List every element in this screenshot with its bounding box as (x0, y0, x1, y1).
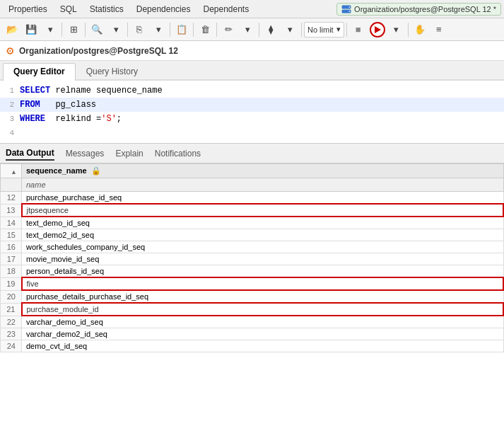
sub-row-num (1, 178, 22, 192)
limit-arrow: ▾ (336, 25, 341, 34)
open-button[interactable]: 📂 (3, 21, 21, 38)
menu-statistics[interactable]: Statistics (84, 3, 129, 16)
result-tab-data-output[interactable]: Data Output (6, 146, 54, 161)
menu-properties[interactable]: Properties (3, 3, 53, 16)
search-dropdown[interactable]: ▾ (107, 21, 125, 38)
server-info: Organization/postgres@PostgreSQL 12 * (336, 3, 501, 16)
sql-from: FROM (20, 100, 40, 110)
limit-label: No limit (307, 25, 334, 34)
sql-where-col: relkind = (55, 114, 101, 124)
line-num-1: 1 (3, 86, 20, 95)
row-number: 19 (1, 277, 22, 290)
stop-button[interactable]: ■ (349, 21, 368, 38)
delete-button[interactable]: 🗑 (196, 21, 214, 38)
paste-button[interactable]: 📋 (172, 21, 191, 38)
row-value[interactable]: jtpsequence (22, 204, 504, 217)
save-dropdown[interactable]: ▾ (41, 21, 59, 38)
data-table: ▴ sequence_name 🔒 name 12purchase_purcha… (0, 163, 504, 352)
copy-button[interactable]: ⎘ (130, 21, 148, 38)
result-tab-explain[interactable]: Explain (115, 147, 143, 160)
table-row: 17movie_movie_id_seq (1, 253, 504, 265)
settings-icon: ⚙ (6, 45, 15, 57)
row-value[interactable]: purchase_details_purchase_id_seq (22, 290, 504, 303)
row-value[interactable]: movie_movie_id_seq (22, 253, 504, 265)
table-body: 12purchase_purchase_id_seq13jtpsequence1… (1, 192, 504, 352)
menu-dependents[interactable]: Dependents (197, 3, 254, 16)
row-value[interactable]: varchar_demo_id_seq (22, 316, 504, 328)
row-number: 15 (1, 229, 22, 241)
results-tab-bar: Data Output Messages Explain Notificatio… (0, 144, 504, 163)
row-value[interactable]: varchar_demo2_id_seq (22, 328, 504, 340)
row-value[interactable]: text_demo_id_seq (22, 217, 504, 229)
limit-dropdown[interactable]: No limit ▾ (304, 22, 344, 38)
sql-select-cols: relname sequence_name (55, 86, 162, 96)
copy-dropdown[interactable]: ▾ (149, 21, 168, 38)
sep6 (216, 23, 217, 37)
row-value[interactable]: purchase_module_id (22, 303, 504, 316)
sql-editor[interactable]: 1 SELECT relname sequence_name 2 FROM pg… (0, 81, 504, 144)
row-value[interactable]: demo_cvt_id_seq (22, 340, 504, 352)
row-value[interactable]: five (22, 277, 504, 290)
table-row: 23varchar_demo2_id_seq (1, 328, 504, 340)
sub-column-name: name (22, 178, 504, 192)
server-tag: Organization/postgres@PostgreSQL 12 * (336, 3, 501, 16)
run-dropdown[interactable]: ▾ (387, 21, 406, 38)
server-label: Organization/postgres@PostgreSQL 12 * (354, 5, 496, 13)
sql-where-val: 'S' (101, 114, 117, 124)
sql-from-table: pg_class (55, 100, 96, 110)
row-number: 16 (1, 241, 22, 253)
save-button[interactable]: 💾 (22, 21, 40, 38)
row-num-header: ▴ (1, 164, 22, 178)
menu-sql[interactable]: SQL (54, 3, 83, 16)
table-row: 14text_demo_id_seq (1, 217, 504, 229)
table-row: 19five (1, 277, 504, 290)
edit-button[interactable]: ✏ (219, 21, 238, 38)
row-number: 14 (1, 217, 22, 229)
table-row: 13jtpsequence (1, 204, 504, 217)
hand-button[interactable]: ✋ (411, 21, 429, 38)
sep2 (85, 23, 86, 37)
sep3 (127, 23, 128, 37)
editor-tab-bar: Query Editor Query History (0, 61, 504, 81)
table-row: 22varchar_demo_id_seq (1, 316, 504, 328)
columns-button[interactable]: ≡ (430, 21, 448, 38)
tab-query-editor[interactable]: Query Editor (3, 63, 76, 81)
filter-dropdown[interactable]: ▾ (281, 21, 299, 38)
breadcrumb-bar: ⚙ Organization/postgres@PostgreSQL 12 (0, 41, 504, 61)
sep4 (170, 23, 170, 37)
sql-line-3: 3 WHERE relkind = 'S'; (0, 112, 504, 126)
sep1 (61, 23, 62, 37)
run-button[interactable] (368, 21, 387, 39)
sql-semi: ; (117, 114, 122, 124)
row-number: 17 (1, 253, 22, 265)
filter-button[interactable]: ⧫ (262, 21, 280, 38)
breadcrumb-text: Organization/postgres@PostgreSQL 12 (19, 46, 178, 56)
line-num-3: 3 (3, 115, 20, 123)
table-column-header-row: ▴ sequence_name 🔒 (1, 164, 504, 178)
line-num-2: 2 (3, 100, 20, 109)
row-value[interactable]: person_details_id_seq (22, 265, 504, 278)
row-number: 21 (1, 303, 22, 316)
table-row: 18person_details_id_seq (1, 265, 504, 278)
column-header-sequence-name[interactable]: sequence_name 🔒 (22, 164, 504, 178)
search-button[interactable]: 🔍 (88, 21, 106, 38)
row-value[interactable]: purchase_purchase_id_seq (22, 192, 504, 205)
sql-line-1: 1 SELECT relname sequence_name (0, 84, 504, 98)
row-value[interactable]: text_demo2_id_seq (22, 229, 504, 241)
sep10 (408, 23, 409, 37)
table-button[interactable]: ⊞ (64, 21, 83, 38)
result-tab-notifications[interactable]: Notifications (155, 147, 201, 160)
sort-icon: ▴ (12, 168, 16, 175)
row-number: 12 (1, 192, 22, 205)
column-header-label: sequence_name (26, 166, 87, 175)
row-number: 13 (1, 204, 22, 217)
edit-dropdown[interactable]: ▾ (238, 21, 257, 38)
tab-query-history[interactable]: Query History (76, 63, 148, 79)
sql-line-2: 2 FROM pg_class (0, 98, 504, 112)
sql-line-4: 4 (0, 126, 504, 140)
data-table-container[interactable]: ▴ sequence_name 🔒 name 12purchase_purcha… (0, 163, 504, 404)
result-tab-messages[interactable]: Messages (66, 147, 105, 160)
menu-bar: Properties SQL Statistics Dependencies D… (0, 0, 504, 18)
row-value[interactable]: work_schedules_company_id_seq (22, 241, 504, 253)
menu-dependencies[interactable]: Dependencies (131, 3, 197, 16)
